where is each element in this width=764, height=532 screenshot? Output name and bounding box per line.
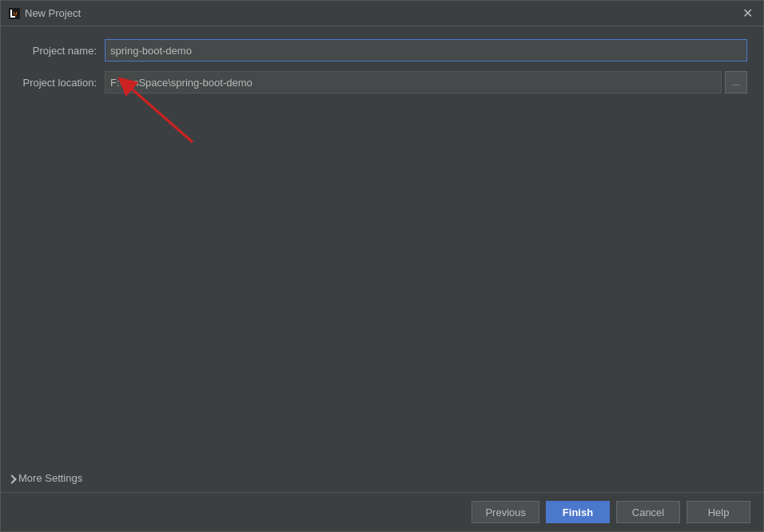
svg-rect-1 [10, 16, 15, 18]
previous-button[interactable]: Previous [472, 501, 539, 523]
project-location-input[interactable] [105, 71, 722, 93]
svg-line-5 [129, 86, 193, 142]
project-name-input[interactable] [105, 39, 747, 62]
close-button[interactable]: ✕ [739, 6, 755, 22]
content-area: Project name: Project location: ... More… [1, 26, 763, 492]
dialog-title: New Project [25, 7, 81, 19]
more-settings-section[interactable]: More Settings [9, 472, 82, 484]
title-bar-left: U New Project [9, 7, 81, 19]
browse-button[interactable]: ... [725, 71, 747, 93]
project-name-label: Project name: [17, 45, 105, 57]
svg-rect-2 [10, 10, 12, 16]
help-button[interactable]: Help [686, 501, 750, 523]
more-settings-label: More Settings [18, 472, 82, 484]
title-bar: U New Project ✕ [1, 1, 763, 26]
app-icon: U [9, 8, 20, 19]
new-project-dialog: U New Project ✕ Project name: Project lo… [0, 0, 764, 532]
finish-button[interactable]: Finish [546, 501, 610, 523]
dialog-footer: Previous Finish Cancel Help [1, 492, 763, 531]
svg-text:U: U [14, 11, 17, 16]
cancel-button[interactable]: Cancel [616, 501, 680, 523]
project-name-row: Project name: [17, 39, 747, 62]
more-settings-chevron-icon [7, 474, 16, 483]
project-location-label: Project location: [17, 77, 105, 89]
project-location-row: Project location: ... [17, 71, 747, 93]
